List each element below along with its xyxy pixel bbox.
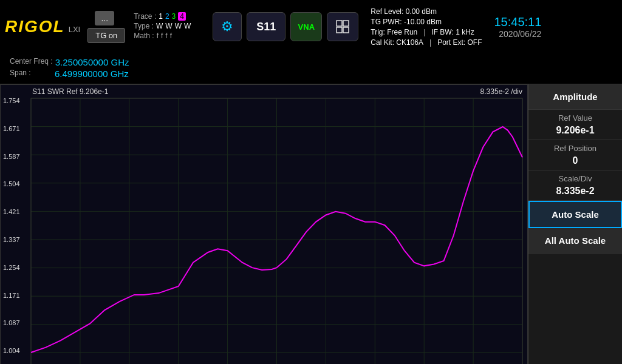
type-3: W (175, 22, 182, 30)
datetime-area: 15:45:11 2020/06/22 (488, 0, 548, 53)
ref-position-display: 0 (535, 155, 616, 166)
scale-div-label: Scale/Div (535, 174, 616, 183)
trace-1[interactable]: 1 (159, 12, 163, 21)
amplitude-button[interactable]: Amplitude (528, 84, 622, 110)
chart-scale-info: 8.335e-2 /div (480, 87, 522, 96)
tg-button[interactable]: TG on (87, 28, 125, 43)
svg-rect-1 (343, 21, 349, 26)
date-display: 2020/06/22 (499, 29, 541, 39)
right-panel: Amplitude Ref Value 9.206e-1 Ref Positio… (528, 84, 622, 364)
svg-rect-0 (337, 21, 342, 26)
math-2: f (161, 32, 163, 40)
ref-position-label: Ref Position (535, 144, 616, 153)
ref-value-display: 9.206e-1 (535, 125, 616, 136)
type-label: Type : (134, 22, 154, 30)
if-bw: IF BW: 1 kHz (431, 28, 474, 36)
chart-top-info: S11 SWR Ref 9.206e-1 (32, 87, 108, 96)
trace-area: Trace : 1 2 3 4 Type : W W W W Math : f … (128, 0, 207, 53)
center-freq-value: 3.250050000 GHz (55, 57, 129, 67)
trace-3[interactable]: 3 (172, 12, 176, 21)
ref-position-section: Ref Position 0 (528, 140, 622, 170)
freq-bar: Center Freq : 3.250050000 GHz Span : 6.4… (0, 53, 622, 84)
dots-button[interactable]: ... (95, 11, 114, 25)
auto-scale-button[interactable]: Auto Scale (528, 201, 622, 228)
scale-div-section: Scale/Div 8.335e-2 (528, 170, 622, 201)
type-2: W (165, 22, 172, 30)
svg-rect-3 (343, 27, 349, 33)
trace-2[interactable]: 2 (165, 12, 169, 21)
logo-lxi: LXI (69, 25, 81, 34)
center-freq-area: Center Freq : 3.250050000 GHz Span : 6.4… (5, 55, 134, 81)
time-display: 15:45:11 (494, 15, 542, 29)
svg-rect-2 (337, 27, 342, 33)
tg-pwr: TG PWR: -10.00 dBm (371, 18, 442, 26)
span-label: Span : (10, 69, 52, 79)
trace-label: Trace : (134, 12, 156, 21)
logo-area: RIGOL LXI (0, 0, 85, 53)
math-label: Math : (134, 32, 154, 40)
grid-button[interactable] (327, 12, 358, 41)
ref-level: Ref Level: 0.00 dBm (371, 7, 437, 16)
cal-kit: Cal Kit: CK106A (371, 38, 423, 47)
trace-4[interactable]: 4 (178, 12, 186, 21)
port-ext: Port Ext: OFF (437, 38, 482, 47)
scale-div-display: 8.335e-2 (535, 186, 616, 197)
nav-icons: ⚙ S11 VNA (207, 0, 364, 53)
ref-value-section: Ref Value 9.206e-1 (528, 110, 622, 140)
settings-button[interactable]: ⚙ (213, 12, 242, 41)
s11-button[interactable]: S11 (247, 12, 285, 41)
math-3: f (165, 32, 167, 40)
top-bar: RIGOL LXI ... TG on Trace : 1 2 3 4 Type… (0, 0, 622, 53)
type-4: W (184, 22, 191, 30)
chart-container[interactable]: 1.754 1.671 1.587 1.504 1.421 1.337 1.25… (0, 84, 528, 364)
trig-info: Trig: Free Run (371, 28, 417, 36)
info-area: Ref Level: 0.00 dBm TG PWR: -10.00 dBm T… (364, 0, 488, 53)
math-4: f (170, 32, 172, 40)
vna-button[interactable]: VNA (290, 12, 322, 41)
center-freq-label: Center Freq : (10, 57, 53, 67)
type-1: W (156, 22, 163, 30)
main-content: 1.754 1.671 1.587 1.504 1.421 1.337 1.25… (0, 84, 622, 364)
span-value: 6.499900000 GHz (55, 69, 129, 79)
all-auto-scale-button[interactable]: All Auto Scale (528, 228, 622, 254)
ref-value-label: Ref Value (535, 113, 616, 123)
math-1: f (157, 32, 159, 40)
logo-rigol: RIGOL (5, 17, 65, 36)
